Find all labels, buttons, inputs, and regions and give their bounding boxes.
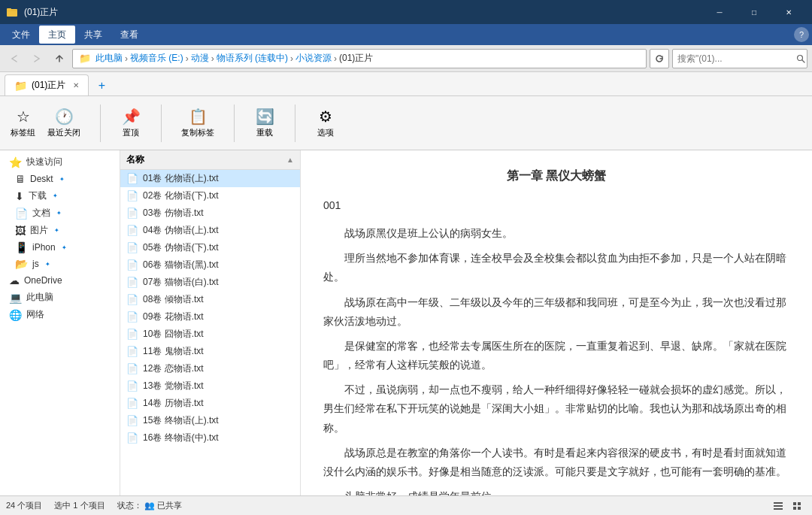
ribbon-group-2: 📌 置顶 [116, 101, 146, 146]
tag-group-btn[interactable]: ☆ 标签组 [6, 101, 40, 146]
minimize-btn[interactable]: ─ [702, 0, 737, 24]
sidebar-item-js[interactable]: 📂 js ✦ [0, 256, 120, 272]
search-input[interactable] [673, 53, 795, 64]
address-input[interactable]: 📁 此电脑 › 视频音乐 (E:) › 动漫 › 物语系列 (连载中) › 小说… [72, 49, 647, 68]
file-txt-icon: 📄 [126, 173, 138, 184]
file-item[interactable]: 📄 04卷 伪物语(上).txt [120, 222, 300, 239]
file-item[interactable]: 📄 15卷 终物语(上).txt [120, 412, 300, 429]
file-item[interactable]: 📄 10卷 囧物语.txt [120, 326, 300, 343]
content-scroll[interactable]: 第一章 黑仪大螃蟹 001 战场原黑仪是班上公认的病弱女生。理所当然地不参加体育… [301, 150, 812, 495]
options-btn[interactable]: ⚙ 选项 [311, 101, 341, 146]
address-breadcrumb: 📁 此电脑 › 视频音乐 (E:) › 动漫 › 物语系列 (连载中) › 小说… [79, 52, 373, 65]
pin-indicator-js: ✦ [45, 261, 50, 268]
recent-close-btn[interactable]: 🕐 最近关闭 [43, 101, 85, 146]
sidebar-documents-label: 文档 [32, 207, 50, 220]
file-name: 03卷 伤物语.txt [143, 207, 204, 220]
file-item[interactable]: 📄 11卷 鬼物语.txt [120, 343, 300, 360]
ribbon: ☆ 标签组 🕐 最近关闭 📌 置顶 📋 复制标签 🔄 重载 ⚙ 选项 [0, 96, 812, 150]
reload-icon: 🔄 [256, 108, 274, 126]
sidebar-item-quick-access[interactable]: ⭐ 快速访问 [0, 153, 120, 171]
file-txt-icon: 📄 [126, 311, 138, 323]
tab-close-icon[interactable]: ✕ [73, 81, 79, 89]
maximize-btn[interactable]: □ [737, 0, 771, 24]
file-item[interactable]: 📄 07卷 猫物语(白).txt [120, 274, 300, 291]
file-name: 04卷 伪物语(上).txt [143, 224, 219, 237]
menu-view[interactable]: 查看 [111, 26, 147, 44]
menu-bar: 文件 主页 共享 查看 ? [0, 24, 812, 45]
title-bar: (01)正片 ─ □ ✕ [0, 0, 812, 24]
status-icon: 👥 [144, 501, 155, 510]
content-paragraph: 战场原总是在教室的角落你一个人读书。有时是看起来内容很深的硬皮书，有时是看封面就… [323, 444, 789, 481]
item-count: 24 个项目 [6, 500, 42, 511]
sidebar-js-label: js [32, 259, 39, 269]
ribbon-group-3: 📋 复制标签 [177, 101, 219, 146]
sidebar-item-this-pc[interactable]: 💻 此电脑 [0, 289, 120, 306]
sort-icon[interactable]: ▲ [286, 156, 294, 164]
bc-drive[interactable]: 视频音乐 (E:) [130, 52, 183, 65]
list-view-btn[interactable] [770, 498, 786, 514]
file-name: 01卷 化物语(上).txt [143, 172, 219, 185]
reload-btn[interactable]: 🔄 重载 [250, 101, 280, 146]
sidebar-item-network[interactable]: 🌐 网络 [0, 306, 120, 323]
copy-tag-label: 复制标签 [181, 127, 214, 138]
iphone-icon: 📱 [15, 241, 28, 253]
pin-btn[interactable]: 📌 置顶 [116, 101, 146, 146]
pin-indicator-doc: ✦ [56, 210, 62, 217]
back-btn[interactable] [5, 49, 24, 68]
options-icon: ⚙ [319, 108, 332, 126]
file-item[interactable]: 📄 02卷 化物语(下).txt [120, 187, 300, 204]
sidebar-item-desktop[interactable]: 🖥 Deskt ✦ [0, 171, 120, 187]
file-name: 05卷 伪物语(下).txt [143, 241, 219, 254]
sidebar-this-pc-label: 此电脑 [26, 291, 53, 304]
sidebar-item-onedrive[interactable]: ☁ OneDrive [0, 272, 120, 289]
sidebar-item-pictures[interactable]: 🖼 图片 ✦ [0, 222, 120, 239]
details-view-btn[interactable] [789, 498, 806, 514]
refresh-btn[interactable] [650, 49, 669, 68]
bc-novels[interactable]: 小说资源 [295, 52, 332, 65]
svg-rect-6 [774, 508, 783, 510]
tab-main[interactable]: 📁 (01)正片 ✕ [5, 74, 89, 95]
menu-bar-right: ? [794, 27, 809, 42]
file-name: 11卷 鬼物语.txt [143, 345, 204, 358]
file-item[interactable]: 📄 06卷 猫物语(黑).txt [120, 256, 300, 274]
file-item[interactable]: 📄 13卷 觉物语.txt [120, 377, 300, 395]
menu-file[interactable]: 文件 [3, 26, 39, 44]
copy-tag-btn[interactable]: 📋 复制标签 [177, 101, 219, 146]
tab-add-btn[interactable]: + [92, 76, 111, 95]
file-item[interactable]: 📄 09卷 花物语.txt [120, 308, 300, 326]
sidebar-item-documents[interactable]: 📄 文档 ✦ [0, 204, 120, 222]
file-item[interactable]: 📄 03卷 伤物语.txt [120, 204, 300, 222]
file-item[interactable]: 📄 16卷 终物语(中).txt [120, 429, 300, 447]
file-item[interactable]: 📄 01卷 化物语(上).txt [120, 170, 300, 187]
file-item[interactable]: 📄 12卷 恋物语.txt [120, 360, 300, 377]
bc-anime[interactable]: 动漫 [191, 52, 209, 65]
bc-series[interactable]: 物语系列 (连载中) [217, 52, 288, 65]
menu-share[interactable]: 共享 [75, 26, 111, 44]
status-label: 状态： 👥 已共享 [117, 500, 182, 511]
sidebar-iphone-label: iPhon [32, 242, 56, 253]
search-box [672, 49, 807, 68]
ribbon-sep-2 [161, 105, 162, 142]
pin-indicator: ✦ [59, 176, 65, 183]
close-btn[interactable]: ✕ [771, 0, 806, 24]
file-item[interactable]: 📄 08卷 倾物语.txt [120, 291, 300, 308]
help-btn[interactable]: ? [794, 27, 809, 42]
menu-home[interactable]: 主页 [39, 26, 75, 44]
sidebar-quick-access-label: 快速访问 [26, 156, 62, 168]
pin-indicator-dl: ✦ [53, 192, 58, 199]
file-name: 06卷 猫物语(黑).txt [143, 259, 219, 271]
sidebar-network-label: 网络 [26, 308, 44, 321]
options-label: 选项 [317, 127, 334, 138]
sidebar-item-iphone[interactable]: 📱 iPhon ✦ [0, 239, 120, 256]
file-txt-icon: 📄 [126, 380, 138, 392]
up-btn[interactable] [50, 49, 69, 68]
sidebar-item-downloads[interactable]: ⬇ 下载 ✦ [0, 187, 120, 204]
svg-rect-9 [793, 507, 796, 510]
file-item[interactable]: 📄 05卷 伪物语(下).txt [120, 239, 300, 256]
search-icon-btn[interactable] [795, 50, 807, 68]
forward-btn[interactable] [27, 49, 47, 68]
file-item[interactable]: 📄 14卷 历物语.txt [120, 395, 300, 412]
file-name: 09卷 花物语.txt [143, 311, 204, 323]
file-list-scroll[interactable]: 📄 01卷 化物语(上).txt 📄 02卷 化物语(下).txt 📄 03卷 … [120, 170, 300, 495]
bc-pc[interactable]: 此电脑 [95, 52, 123, 65]
